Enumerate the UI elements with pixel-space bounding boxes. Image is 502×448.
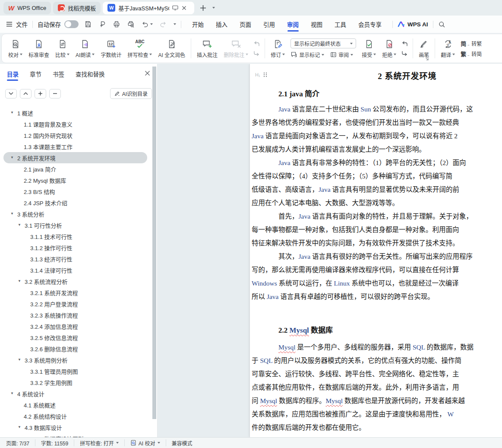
undo-button[interactable] [141, 20, 153, 28]
toc-item[interactable]: ▼ 3.2 系统流程分析 [0, 276, 152, 287]
accept-revision-button[interactable]: 接受 [359, 35, 379, 61]
toc-item[interactable]: 2.3 B/S 结构 [0, 186, 152, 197]
undo-chevron-icon[interactable] [150, 23, 153, 25]
document-page[interactable]: H₁ 2 系统开发环境 2.1 java 简介 Java 语言是在二十世纪末由 … [249, 64, 502, 437]
expand-all-button[interactable] [20, 89, 32, 98]
export-pdf-icon[interactable] [98, 20, 106, 28]
track-changes-button[interactable]: 修订 [268, 35, 288, 61]
word-count-indicator[interactable]: 字数: 11559 [41, 439, 68, 447]
collapse-triangle-icon[interactable]: ▼ [10, 156, 14, 159]
close-tab-icon[interactable] [182, 6, 186, 10]
tab-document[interactable]: W 基于JavaSSM+MySQL的机房 [103, 2, 194, 14]
simplified-to-traditional-button[interactable]: 简→ 转繁 [461, 39, 482, 48]
toc-item[interactable]: 4.2 系统结构设计 [0, 410, 152, 422]
save-icon[interactable] [84, 20, 92, 28]
ai-recognize-toc-button[interactable]: AI识别目录 [110, 88, 152, 99]
review-pane-button[interactable]: 审阅 [330, 51, 353, 58]
collapse-all-button[interactable] [5, 89, 17, 98]
sidebar-tab[interactable]: 章节 [30, 64, 41, 84]
more-commands-chevron-icon[interactable] [174, 23, 176, 25]
spell-check-button[interactable]: ABC 拼写检查 [124, 35, 155, 61]
delete-comment-button[interactable]: 删除批注 [221, 35, 251, 61]
traditional-to-simplified-button[interactable]: 繁→ 转简 [461, 50, 482, 58]
menu-tab[interactable]: 会员专享 [352, 16, 388, 33]
next-comment-button[interactable] [253, 50, 260, 57]
tab-list-chevron-icon[interactable] [212, 7, 215, 9]
toc-item[interactable]: 4.3.1 数据库设计原则 [0, 433, 152, 437]
ai-read-aloud-button[interactable]: AI朗读 [73, 35, 98, 61]
previous-revision-button[interactable] [401, 41, 408, 47]
ai-proofread-status[interactable]: AI 校对 [130, 439, 160, 447]
toc-item[interactable]: 3.1.1 技术可行性 [0, 231, 152, 242]
toc-item[interactable]: 3.2.5 修改信息流程 [0, 332, 152, 343]
close-sidebar-icon[interactable] [145, 70, 150, 76]
menu-tab[interactable]: 引用 [257, 16, 281, 33]
sidebar-tab[interactable]: 书签 [53, 64, 64, 84]
collapse-triangle-icon[interactable]: ▼ [10, 212, 14, 216]
toc-item[interactable]: 3.2.1 系统开发流程 [0, 287, 152, 298]
new-tab-icon[interactable] [200, 5, 206, 11]
toc-item[interactable]: 1.3 本课题主要工作 [0, 141, 152, 152]
toc-item[interactable]: 2.2 Mysql 数据库 [0, 175, 152, 186]
toc-item[interactable]: 2.4 JSP 技术介绍 [0, 197, 152, 208]
decrease-level-button[interactable] [49, 89, 61, 98]
menu-tab[interactable]: 视图 [305, 16, 328, 33]
sidebar-scrollbar[interactable] [152, 67, 156, 434]
collapse-triangle-icon[interactable]: ▼ [18, 223, 21, 227]
toc-item[interactable]: 3.2.6 删除信息流程 [0, 343, 152, 354]
toc-item[interactable]: ▼ 2 系统开发环境 [3, 152, 147, 163]
ribbon-expand-icon[interactable] [425, 57, 429, 61]
show-markup-button[interactable]: 显示标记 [290, 51, 324, 58]
spell-check-status[interactable]: 拼写检查: 打开 [80, 439, 119, 447]
next-revision-button[interactable] [401, 50, 408, 57]
toc-item[interactable]: 2.1 java 简介 [0, 163, 152, 175]
compare-button[interactable]: 比较 [52, 35, 73, 61]
toc-item[interactable]: 1.1 课题背景及意义 [0, 118, 152, 130]
print-icon[interactable] [113, 20, 120, 28]
toc-item[interactable]: 3.2.4 添加信息流程 [0, 321, 152, 332]
scrollbar-thumb[interactable] [152, 67, 156, 419]
markup-state-select[interactable]: 显示标记的最终状态 [290, 38, 356, 48]
collapse-triangle-icon[interactable]: ▼ [18, 425, 21, 429]
previous-comment-button[interactable] [253, 41, 260, 47]
word-count-button[interactable]: 12 字数统计 [98, 35, 124, 61]
collapse-triangle-icon[interactable]: ▼ [18, 279, 21, 283]
sidebar-tab[interactable]: 查找和替换 [76, 64, 105, 84]
ink-brush-button[interactable]: 画笔 [416, 35, 432, 61]
toc-item[interactable]: 1.2 国内外研究现状 [0, 130, 152, 141]
toc-item[interactable]: ▼ 3 系统分析 [0, 208, 152, 219]
toc-item[interactable]: 3.1.3 经济可行性 [0, 253, 152, 264]
sidebar-tab[interactable]: 目录 [7, 64, 19, 84]
toc-item[interactable]: ▼ 3.3 系统用例分析 [0, 354, 152, 365]
menu-tab[interactable]: 页面 [234, 16, 257, 33]
toc-item[interactable]: ▼ 1 概述 [0, 107, 152, 118]
file-menu[interactable]: 文件 [6, 20, 28, 29]
menu-tab[interactable]: 开始 [186, 16, 210, 33]
search-icon[interactable] [438, 21, 445, 28]
toc-item[interactable]: 3.1.4 法律可行性 [0, 264, 152, 276]
toc-item[interactable]: 3.2.2 用户登录流程 [0, 298, 152, 309]
screen-share-icon[interactable] [172, 5, 178, 10]
collapse-triangle-icon[interactable]: ▼ [10, 391, 14, 395]
ai-polish-button[interactable]: AI 全文润色 [155, 35, 188, 61]
autosave-toggle[interactable] [64, 20, 79, 28]
collapse-triangle-icon[interactable]: ▼ [18, 358, 21, 362]
proofread-button[interactable]: 校对 [5, 35, 25, 61]
print-preview-icon[interactable] [127, 20, 135, 28]
wps-ai-button[interactable]: WPS AI [398, 21, 428, 28]
menu-tab[interactable]: 插入 [210, 16, 234, 33]
standard-review-button[interactable]: 标准审查 [25, 35, 52, 61]
toc-item[interactable]: ▼ 4.3 数据库设计 [0, 422, 152, 433]
reject-revision-button[interactable]: 拒绝 [379, 35, 399, 61]
menu-tab[interactable]: 审阅 [281, 16, 305, 33]
insert-comment-button[interactable]: 插入批注 [194, 35, 221, 61]
increase-level-button[interactable] [35, 89, 46, 98]
tab-wps-office[interactable]: W WPS Office [3, 2, 51, 14]
redo-icon[interactable] [159, 20, 167, 28]
toc-item[interactable]: 4.1 系统概述 [0, 399, 152, 410]
toc-item[interactable]: 3.3.1 管理员用例图 [0, 365, 152, 377]
toc-item[interactable]: ▼ 3.1 可行性分析 [0, 219, 152, 231]
menu-tab[interactable]: 工具 [328, 16, 352, 33]
collapse-triangle-icon[interactable]: ▼ [10, 111, 14, 114]
tab-docer-templates[interactable]: 找稻壳模板 [53, 2, 101, 14]
